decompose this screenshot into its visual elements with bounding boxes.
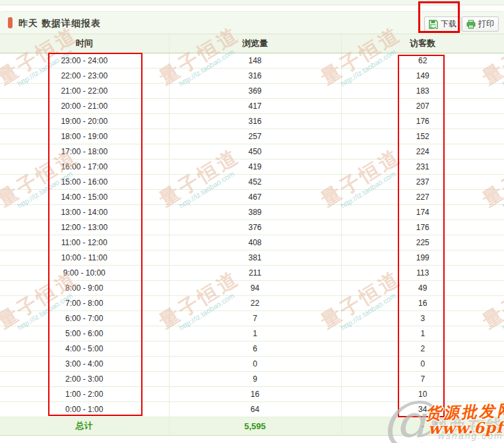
views-cell: 408 [169, 235, 341, 250]
views-cell: 369 [169, 83, 341, 98]
time-cell: 4:00 - 5:00 [0, 341, 169, 356]
time-cell: 21:00 - 22:00 [0, 83, 169, 98]
table-row: 12:00 - 13:00376176 [0, 220, 504, 235]
visitors-cell: 183 [341, 83, 504, 98]
total-visitors-cell: - [341, 417, 504, 435]
table-row: 11:00 - 12:00408225 [0, 235, 504, 250]
visitors-cell: 199 [341, 250, 504, 265]
download-button[interactable]: 下载 [424, 16, 461, 32]
table-row: 19:00 - 20:00316176 [0, 113, 504, 129]
visitors-cell: 62 [341, 53, 504, 68]
time-cell: 11:00 - 12:00 [0, 235, 169, 250]
views-cell: 450 [169, 144, 341, 159]
table-row: 5:00 - 6:0011 [0, 326, 504, 341]
time-cell: 9:00 - 10:00 [0, 265, 169, 280]
printer-icon [466, 20, 476, 29]
visitors-cell: 3 [341, 310, 504, 326]
visitors-cell: 152 [341, 129, 504, 144]
visitors-cell: 0 [341, 356, 504, 371]
visitors-cell: 16 [341, 295, 504, 310]
visitors-cell: 225 [341, 235, 504, 250]
views-cell: 6 [169, 341, 341, 356]
table-row: 21:00 - 22:00369183 [0, 83, 504, 98]
views-cell: 94 [169, 280, 341, 295]
column-header-visitors: 访客数 [341, 34, 504, 53]
table-header: 时间 浏览量 访客数 [0, 34, 504, 53]
panel-header: 昨天 数据详细报表 下载 [0, 11, 504, 34]
table-total-row: 总计 5,595 - [0, 417, 504, 435]
column-header-time: 时间 [0, 34, 169, 53]
visitors-cell: 7 [341, 371, 504, 386]
visitors-cell: 174 [341, 204, 504, 220]
table-row: 14:00 - 15:00467227 [0, 189, 504, 204]
time-cell: 2:00 - 3:00 [0, 371, 169, 386]
table-row: 6:00 - 7:0073 [0, 310, 504, 326]
visitors-cell: 49 [341, 280, 504, 295]
views-cell: 452 [169, 174, 341, 189]
views-cell: 257 [169, 129, 341, 144]
views-cell: 0 [169, 356, 341, 371]
views-cell: 419 [169, 159, 341, 174]
visitors-cell: 10 [341, 386, 504, 401]
visitors-cell: 207 [341, 98, 504, 113]
table-row: 23:00 - 24:0014862 [0, 53, 504, 68]
time-cell: 5:00 - 6:00 [0, 326, 169, 341]
time-cell: 14:00 - 15:00 [0, 189, 169, 204]
time-cell: 17:00 - 18:00 [0, 144, 169, 159]
visitors-cell: 224 [341, 144, 504, 159]
views-cell: 417 [169, 98, 341, 113]
table-row: 22:00 - 23:00316149 [0, 68, 504, 83]
views-cell: 211 [169, 265, 341, 280]
table-row: 2:00 - 3:0097 [0, 371, 504, 386]
time-cell: 3:00 - 4:00 [0, 356, 169, 371]
views-cell: 389 [169, 204, 341, 220]
report-page: 昨天 数据详细报表 下载 [0, 0, 504, 443]
table-row: 1:00 - 2:001610 [0, 386, 504, 401]
visitors-cell: 1 [341, 326, 504, 341]
table-body: 23:00 - 24:001486222:00 - 23:0031614921:… [0, 53, 504, 417]
table-row: 15:00 - 16:00452237 [0, 174, 504, 189]
views-cell: 381 [169, 250, 341, 265]
views-cell: 148 [169, 53, 341, 68]
table-row: 16:00 - 17:00419231 [0, 159, 504, 174]
views-cell: 316 [169, 68, 341, 83]
table-row: 17:00 - 18:00450224 [0, 144, 504, 159]
visitors-cell: 231 [341, 159, 504, 174]
views-cell: 64 [169, 401, 341, 417]
time-cell: 7:00 - 8:00 [0, 295, 169, 310]
time-cell: 1:00 - 2:00 [0, 386, 169, 401]
table-row: 20:00 - 21:00417207 [0, 98, 504, 113]
time-cell: 23:00 - 24:00 [0, 53, 169, 68]
views-cell: 376 [169, 220, 341, 235]
time-cell: 22:00 - 23:00 [0, 68, 169, 83]
time-cell: 8:00 - 9:00 [0, 280, 169, 295]
section-bullet-icon [8, 17, 13, 28]
visitors-cell: 176 [341, 220, 504, 235]
time-cell: 18:00 - 19:00 [0, 129, 169, 144]
table-row: 10:00 - 11:00381199 [0, 250, 504, 265]
column-header-pageviews: 浏览量 [169, 34, 341, 53]
visitors-cell: 2 [341, 341, 504, 356]
views-cell: 22 [169, 295, 341, 310]
print-button[interactable]: 打印 [462, 16, 499, 32]
time-cell: 16:00 - 17:00 [0, 159, 169, 174]
table-row: 8:00 - 9:009449 [0, 280, 504, 295]
table-row: 4:00 - 5:0062 [0, 341, 504, 356]
download-button-label: 下载 [441, 18, 457, 30]
table-row: 13:00 - 14:00389174 [0, 204, 504, 220]
visitors-cell: 149 [341, 68, 504, 83]
visitors-cell: 237 [341, 174, 504, 189]
time-cell: 12:00 - 13:00 [0, 220, 169, 235]
visitors-cell: 227 [341, 189, 504, 204]
views-cell: 7 [169, 310, 341, 326]
report-table: 时间 浏览量 访客数 23:00 - 24:001486222:00 - 23:… [0, 34, 504, 436]
visitors-cell: 113 [341, 265, 504, 280]
table-row: 18:00 - 19:00257152 [0, 129, 504, 144]
table-row: 3:00 - 4:0000 [0, 356, 504, 371]
visitors-cell: 34 [341, 401, 504, 417]
time-cell: 20:00 - 21:00 [0, 98, 169, 113]
save-disk-icon [429, 20, 438, 29]
time-cell: 6:00 - 7:00 [0, 310, 169, 326]
views-cell: 9 [169, 371, 341, 386]
time-cell: 10:00 - 11:00 [0, 250, 169, 265]
